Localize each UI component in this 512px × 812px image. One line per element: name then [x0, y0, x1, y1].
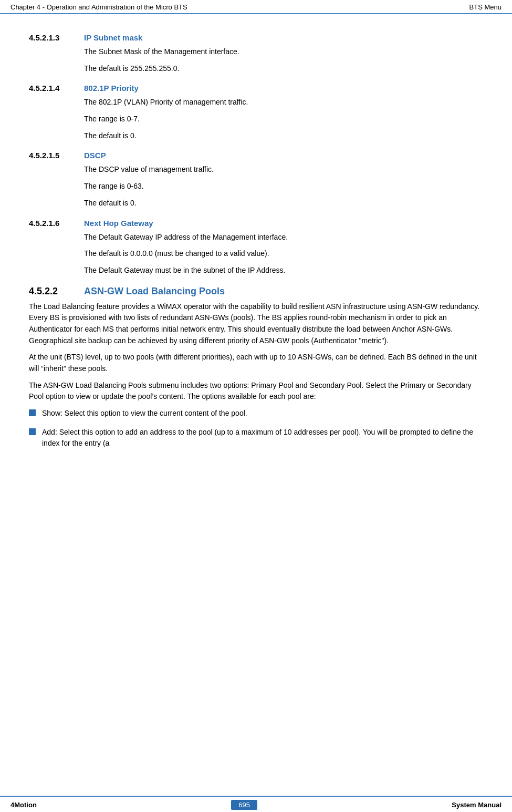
- section-number-4.5.2.1.4: 4.5.2.1.4: [29, 84, 84, 92]
- heading-4.5.2.1.4: 4.5.2.1.4802.1P Priority: [29, 84, 483, 92]
- section-number-4.5.2.1.6: 4.5.2.1.6: [29, 219, 84, 228]
- page-wrapper: Chapter 4 - Operation and Administration…: [0, 0, 512, 812]
- paragraph-4.5.2.1.5-1: The range is 0-63.: [84, 181, 483, 192]
- paragraph-4.5.2.1.4-2: The default is 0.: [84, 130, 483, 142]
- header-right: BTS Menu: [469, 3, 501, 11]
- page-header: Chapter 4 - Operation and Administration…: [0, 0, 512, 14]
- section-name-4.5.2.1.4: 802.1P Priority: [84, 84, 139, 92]
- section-4.5.2.1.6: 4.5.2.1.6Next Hop GatewayThe Default Gat…: [29, 219, 483, 276]
- footer-right: System Manual: [452, 801, 501, 809]
- section-name-4.5.2.1.6: Next Hop Gateway: [84, 219, 153, 228]
- section-name-4.5.2.1.3: IP Subnet mask: [84, 33, 142, 42]
- section-number-4.5.2.2: 4.5.2.2: [29, 286, 84, 297]
- section-name-4.5.2.2: ASN-GW Load Balancing Pools: [84, 286, 225, 297]
- page-content: 4.5.2.1.3IP Subnet maskThe Subnet Mask o…: [0, 14, 512, 468]
- footer-left: 4Motion: [11, 801, 37, 809]
- bullet-item-4.5.2.2-0: Show: Select this option to view the cur…: [29, 408, 483, 419]
- heading-4.5.2.1.6: 4.5.2.1.6Next Hop Gateway: [29, 219, 483, 228]
- paragraph-4.5.2.1.5-0: The DSCP value of management traffic.: [84, 164, 483, 176]
- paragraph-4.5.2.1.6-1: The default is 0.0.0.0 (must be changed …: [84, 248, 483, 260]
- paragraph-4.5.2.1.6-2: The Default Gateway must be in the subne…: [84, 265, 483, 276]
- paragraph-4.5.2.2-1: At the unit (BTS) level, up to two pools…: [29, 352, 483, 374]
- header-left: Chapter 4 - Operation and Administration…: [11, 3, 187, 11]
- paragraph-4.5.2.1.4-0: The 802.1P (VLAN) Priority of management…: [84, 97, 483, 108]
- heading-4.5.2.1.3: 4.5.2.1.3IP Subnet mask: [29, 33, 483, 42]
- section-4.5.2.1.5: 4.5.2.1.5DSCPThe DSCP value of managemen…: [29, 151, 483, 209]
- heading-4.5.2.2: 4.5.2.2ASN-GW Load Balancing Pools: [29, 286, 483, 297]
- section-number-4.5.2.1.3: 4.5.2.1.3: [29, 33, 84, 42]
- section-4.5.2.1.4: 4.5.2.1.4802.1P PriorityThe 802.1P (VLAN…: [29, 84, 483, 141]
- heading-4.5.2.1.5: 4.5.2.1.5DSCP: [29, 151, 483, 160]
- paragraph-4.5.2.1.3-0: The Subnet Mask of the Management interf…: [84, 46, 483, 58]
- bullet-item-4.5.2.2-1: Add: Select this option to add an addres…: [29, 427, 483, 449]
- footer-page-number: 695: [231, 800, 257, 810]
- section-name-4.5.2.1.5: DSCP: [84, 151, 106, 160]
- paragraph-4.5.2.1.6-0: The Default Gateway IP address of the Ma…: [84, 232, 483, 243]
- section-4.5.2.2: 4.5.2.2ASN-GW Load Balancing PoolsThe Lo…: [29, 286, 483, 450]
- bullet-icon-4.5.2.2-0: [29, 409, 36, 416]
- paragraph-4.5.2.2-2: The ASN-GW Load Balancing Pools submenu …: [29, 380, 483, 403]
- section-number-4.5.2.1.5: 4.5.2.1.5: [29, 151, 84, 160]
- paragraph-4.5.2.1.5-2: The default is 0.: [84, 198, 483, 209]
- paragraph-4.5.2.2-0: The Load Balancing feature provides a Wi…: [29, 301, 483, 347]
- bullet-text-4.5.2.2-1: Add: Select this option to add an addres…: [42, 427, 483, 449]
- section-4.5.2.1.3: 4.5.2.1.3IP Subnet maskThe Subnet Mask o…: [29, 33, 483, 74]
- paragraph-4.5.2.1.3-1: The default is 255.255.255.0.: [84, 63, 483, 75]
- bullet-text-4.5.2.2-0: Show: Select this option to view the cur…: [42, 408, 483, 419]
- page-footer: 4Motion 695 System Manual: [0, 796, 512, 812]
- paragraph-4.5.2.1.4-1: The range is 0-7.: [84, 114, 483, 125]
- bullet-icon-4.5.2.2-1: [29, 428, 36, 435]
